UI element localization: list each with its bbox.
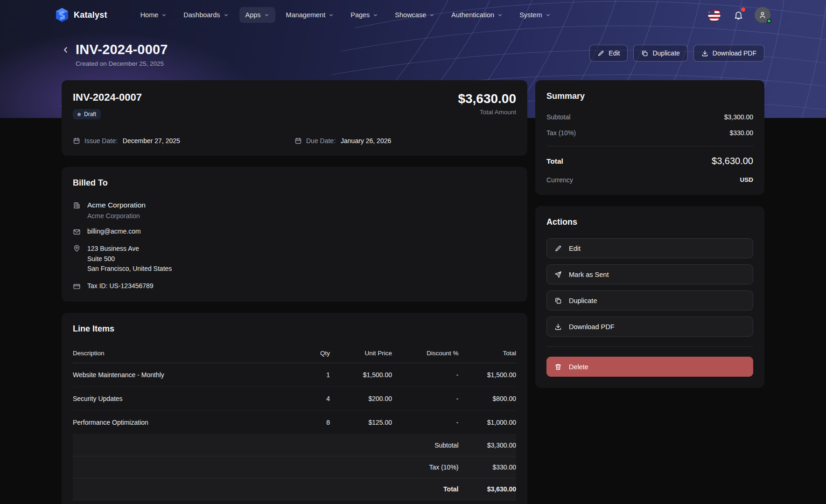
status-dot-icon: [77, 113, 81, 116]
action-edit-button[interactable]: Edit: [546, 238, 753, 258]
main-column: INV-2024-0007 Draft $3,630.00 Total Amou…: [62, 80, 527, 504]
chevron-down-icon: [264, 13, 269, 18]
address-line2: Suite 500: [87, 254, 172, 264]
katalyst-logo-icon: [55, 7, 69, 22]
billed-to-card: Billed To Acme Corporation Acme Corporat…: [62, 167, 527, 302]
summary-tax-value: $330.00: [729, 129, 753, 137]
pencil-icon: [554, 245, 562, 252]
table-row: Website Maintenance - Monthly 1 $1,500.0…: [73, 363, 516, 387]
mail-icon: [73, 228, 81, 236]
tax-id-value: Tax ID: US-123456789: [87, 282, 154, 290]
cell-qty: 8: [303, 411, 330, 435]
cell-qty: 4: [303, 387, 330, 411]
notification-dot: [741, 7, 745, 12]
chevron-down-icon: [546, 13, 551, 18]
download-pdf-button[interactable]: Download PDF: [693, 45, 764, 62]
language-flag-button[interactable]: [706, 7, 722, 23]
summary-tax-row: Tax (10%) $330.00: [546, 129, 753, 137]
chevron-down-icon: [329, 13, 334, 18]
side-column: Summary Subtotal $3,300.00 Tax (10%) $33…: [535, 80, 764, 388]
total-amount-label: Total Amount: [458, 109, 516, 116]
tax-value: $330.00: [459, 456, 517, 478]
calendar-icon: [294, 137, 302, 145]
cell-total: $1,500.00: [459, 363, 517, 387]
action-label: Duplicate: [569, 297, 597, 304]
total-row: Total $3,630.00: [73, 478, 516, 500]
building-icon: [73, 201, 81, 220]
cell-qty: 1: [303, 363, 330, 387]
action-duplicate-button[interactable]: Duplicate: [546, 290, 753, 311]
email-row: billing@acme.com: [73, 228, 516, 236]
total-label: Total: [73, 478, 459, 500]
top-navbar: Katalyst Home Dashboards Apps Management…: [0, 0, 826, 30]
cell-unit-price: $1,500.00: [330, 363, 392, 387]
us-flag-icon: [708, 9, 721, 21]
tax-id-row: Tax ID: US-123456789: [73, 282, 516, 290]
due-date-label: Due Date:: [306, 137, 336, 145]
summary-currency-row: Currency USD: [546, 176, 753, 184]
notifications-button[interactable]: [730, 7, 747, 23]
nav-item-system[interactable]: System: [513, 7, 556, 23]
navbar-right: [706, 7, 771, 23]
invoice-header-card: INV-2024-0007 Draft $3,630.00 Total Amou…: [62, 80, 527, 156]
tax-row: Tax (10%) $330.00: [73, 456, 516, 478]
duplicate-button[interactable]: Duplicate: [633, 45, 687, 62]
action-download-pdf-button[interactable]: Download PDF: [546, 317, 753, 337]
nav-menu: Home Dashboards Apps Management Pages Sh…: [134, 7, 706, 23]
pencil-icon: [597, 50, 604, 57]
download-icon: [701, 50, 708, 57]
nav-item-showcase[interactable]: Showcase: [389, 7, 441, 23]
column-header: Description: [73, 346, 303, 363]
page-subtitle: Created on December 25, 2025: [76, 60, 168, 67]
summary-subtotal-row: Subtotal $3,300.00: [546, 113, 753, 121]
cell-discount: -: [392, 411, 459, 435]
brand[interactable]: Katalyst: [55, 7, 107, 22]
subtotal-value: $3,300.00: [459, 435, 517, 456]
action-mark-as-sent-button[interactable]: Mark as Sent: [546, 264, 753, 284]
total-value: $3,630.00: [459, 478, 517, 500]
back-button[interactable]: [62, 46, 70, 67]
page-title: INV-2024-0007: [76, 42, 168, 57]
edit-button[interactable]: Edit: [589, 45, 628, 62]
copy-icon: [641, 50, 648, 57]
actions-card: Actions Edit Mark as Sent Duplicate: [535, 206, 764, 388]
nav-item-management[interactable]: Management: [280, 7, 340, 23]
bell-icon: [734, 10, 743, 20]
nav-item-home[interactable]: Home: [134, 7, 173, 23]
action-label: Delete: [569, 363, 588, 371]
trash-icon: [554, 363, 562, 371]
calendar-icon: [73, 137, 80, 145]
download-icon: [554, 323, 562, 331]
summary-total-value: $3,630.00: [712, 156, 753, 166]
cell-total: $800.00: [459, 387, 517, 411]
chevron-down-icon: [161, 13, 167, 18]
action-delete-button[interactable]: Delete: [546, 357, 753, 377]
status-label: Draft: [84, 111, 96, 117]
cell-description: Website Maintenance - Monthly: [73, 363, 303, 387]
summary-title: Summary: [546, 91, 753, 101]
cell-discount: -: [392, 387, 459, 411]
nav-item-dashboards[interactable]: Dashboards: [177, 7, 234, 23]
chevron-down-icon: [224, 13, 229, 18]
address-line3: San Francisco, United States: [87, 264, 172, 274]
summary-card: Summary Subtotal $3,300.00 Tax (10%) $33…: [535, 80, 764, 195]
nav-label: Apps: [245, 11, 261, 19]
company-row: Acme Corporation Acme Corporation: [73, 201, 516, 220]
summary-total-row: Total $3,630.00: [546, 156, 753, 166]
billed-to-title: Billed To: [73, 178, 516, 188]
line-items-table: Description Qty Unit Price Discount % To…: [73, 346, 516, 500]
divider: [546, 146, 753, 146]
actions-title: Actions: [546, 217, 753, 227]
button-label: Edit: [609, 49, 620, 57]
nav-item-authentication[interactable]: Authentication: [445, 7, 509, 23]
currency-label: Currency: [546, 176, 573, 184]
action-label: Download PDF: [569, 323, 615, 331]
nav-item-pages[interactable]: Pages: [344, 7, 384, 23]
nav-item-apps[interactable]: Apps: [239, 7, 275, 23]
summary-tax-label: Tax (10%): [546, 129, 576, 137]
copy-icon: [554, 297, 562, 304]
column-header: Qty: [303, 346, 330, 363]
button-label: Download PDF: [713, 49, 756, 57]
user-menu-button[interactable]: [754, 7, 771, 23]
table-row: Performance Optimization 8 $125.00 - $1,…: [73, 411, 516, 435]
